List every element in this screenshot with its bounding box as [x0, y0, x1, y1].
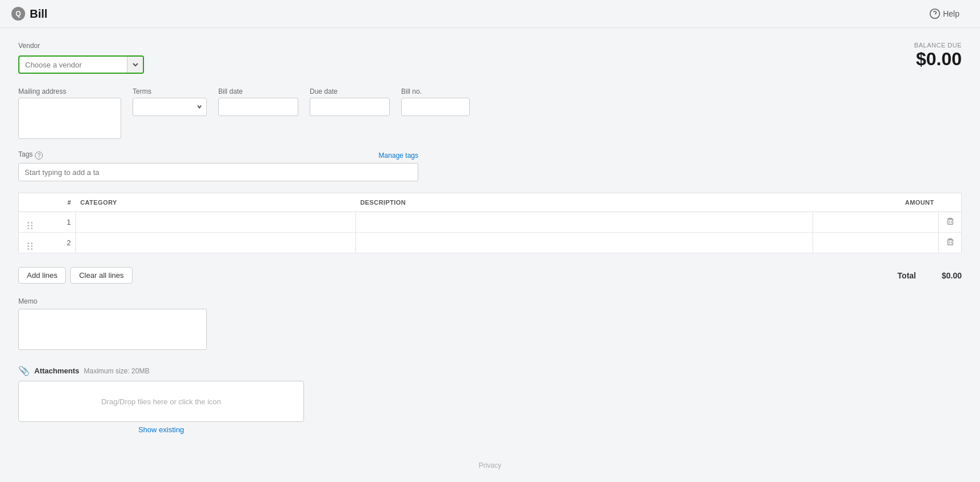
- col-category: CATEGORY: [76, 193, 356, 212]
- trash-icon: [946, 217, 954, 225]
- vendor-select[interactable]: [18, 55, 144, 74]
- row-amount[interactable]: [813, 212, 939, 233]
- balance-due-amount: $0.00: [914, 49, 962, 70]
- col-action: [939, 193, 962, 212]
- row-description[interactable]: [356, 212, 813, 233]
- bill-date-label: Bill date: [218, 87, 298, 95]
- manage-tags-link[interactable]: Manage tags: [379, 152, 418, 160]
- top-bar-right: Help: [920, 8, 969, 19]
- attachments-label: Attachments: [34, 367, 79, 375]
- bill-date-field: Bill date 04/24/2024: [218, 87, 298, 116]
- bill-no-input[interactable]: [401, 98, 470, 116]
- help-label: Help: [943, 9, 959, 18]
- amount-input[interactable]: [813, 212, 938, 232]
- category-input[interactable]: [76, 212, 355, 232]
- terms-label: Terms: [133, 87, 207, 95]
- file-drop-zone[interactable]: Drag/Drop files here or click the icon: [18, 381, 304, 422]
- amount-input[interactable]: [813, 233, 938, 253]
- line-buttons: Add lines Clear all lines: [18, 267, 133, 284]
- terms-field: Terms Net 30 Net 60 Due on receipt: [133, 87, 207, 116]
- footer-privacy: Privacy: [18, 452, 962, 474]
- bill-no-field: Bill no.: [401, 87, 470, 116]
- trash-icon: [946, 238, 954, 246]
- clear-all-lines-button[interactable]: Clear all lines: [70, 267, 132, 284]
- row-category[interactable]: [76, 212, 356, 233]
- paperclip-icon: 📎: [18, 365, 30, 376]
- due-date-field: Due date 04/24/2024: [310, 87, 390, 116]
- attachments-section: 📎 Attachments Maximum size: 20MB Drag/Dr…: [18, 365, 962, 434]
- total-row: Total $0.00: [898, 271, 962, 280]
- memo-label: Memo: [18, 297, 962, 305]
- help-circle-icon: [929, 8, 941, 19]
- form-row: Mailing address Terms Net 30 Net 60 Due …: [18, 87, 962, 139]
- svg-rect-8: [947, 240, 953, 245]
- bill-no-label: Bill no.: [401, 87, 470, 95]
- max-size-label: Maximum size: 20MB: [84, 367, 150, 375]
- help-button[interactable]: Help: [929, 8, 959, 19]
- tags-row: Tags ? Manage tags: [18, 150, 962, 181]
- table-row: 2: [19, 233, 962, 253]
- tags-label-left: Tags ?: [18, 150, 43, 161]
- col-number: #: [42, 193, 76, 212]
- drag-handle[interactable]: [19, 212, 42, 233]
- balance-due-label: BALANCE DUE: [914, 42, 962, 49]
- row-number: 1: [42, 212, 76, 233]
- tags-help-icon[interactable]: ?: [35, 152, 43, 160]
- balance-due-section: BALANCE DUE $0.00: [914, 42, 962, 70]
- row-description[interactable]: [356, 233, 813, 253]
- due-date-input[interactable]: 04/24/2024: [310, 98, 390, 116]
- top-bar-left: Q Bill: [11, 7, 47, 21]
- svg-point-1: [930, 9, 940, 19]
- vendor-label: Vendor: [18, 42, 144, 50]
- mailing-address-input[interactable]: [18, 98, 121, 139]
- svg-rect-5: [947, 220, 953, 225]
- col-description: DESCRIPTION: [356, 193, 813, 212]
- chevron-down-icon: [132, 61, 139, 68]
- drag-handle[interactable]: [19, 233, 42, 253]
- vendor-section: Vendor: [18, 42, 144, 74]
- drop-zone-placeholder: Drag/Drop files here or click the icon: [101, 397, 221, 406]
- description-input[interactable]: [356, 233, 813, 253]
- description-input[interactable]: [356, 212, 813, 232]
- drag-dots-icon: [27, 222, 33, 229]
- memo-input[interactable]: [18, 309, 207, 350]
- add-lines-button[interactable]: Add lines: [18, 267, 66, 284]
- row-category[interactable]: [76, 233, 356, 253]
- table-row: 1: [19, 212, 962, 233]
- lines-table: # CATEGORY DESCRIPTION AMOUNT 1: [18, 193, 962, 253]
- vendor-dropdown-arrow[interactable]: [127, 57, 143, 73]
- table-header-row: # CATEGORY DESCRIPTION AMOUNT: [19, 193, 962, 212]
- col-drag: [19, 193, 42, 212]
- row-action: [939, 233, 962, 253]
- row-action: [939, 212, 962, 233]
- tags-input[interactable]: [18, 163, 418, 181]
- category-input[interactable]: [76, 233, 355, 253]
- table-section: # CATEGORY DESCRIPTION AMOUNT 1: [18, 193, 962, 253]
- page-title: Bill: [30, 7, 47, 21]
- show-existing-link[interactable]: Show existing: [18, 425, 304, 434]
- total-label: Total: [898, 271, 916, 280]
- vendor-input[interactable]: [19, 61, 127, 69]
- top-bar: Q Bill Help: [0, 0, 980, 28]
- terms-select[interactable]: Net 30 Net 60 Due on receipt: [133, 98, 207, 116]
- bill-date-input[interactable]: 04/24/2024: [218, 98, 298, 116]
- drag-dots-icon: [27, 242, 33, 250]
- tags-label: Tags: [18, 150, 33, 158]
- total-amount: $0.00: [927, 271, 962, 280]
- col-amount: AMOUNT: [813, 193, 939, 212]
- due-date-label: Due date: [310, 87, 390, 95]
- memo-section: Memo: [18, 297, 962, 352]
- row-amount[interactable]: [813, 233, 939, 253]
- tags-label-row: Tags ? Manage tags: [18, 150, 418, 161]
- header-row: Vendor BALANCE DUE $0.00: [18, 42, 962, 74]
- mailing-address-label: Mailing address: [18, 87, 121, 95]
- attachments-header: 📎 Attachments Maximum size: 20MB: [18, 365, 962, 376]
- delete-row-button[interactable]: [942, 238, 959, 248]
- main-content: Vendor BALANCE DUE $0.00 Mailing address…: [0, 28, 980, 482]
- row-number: 2: [42, 233, 76, 253]
- bottom-row: Add lines Clear all lines Total $0.00: [18, 262, 962, 284]
- delete-row-button[interactable]: [942, 217, 959, 227]
- mailing-address-field: Mailing address: [18, 87, 121, 139]
- brand-icon: Q: [11, 7, 25, 21]
